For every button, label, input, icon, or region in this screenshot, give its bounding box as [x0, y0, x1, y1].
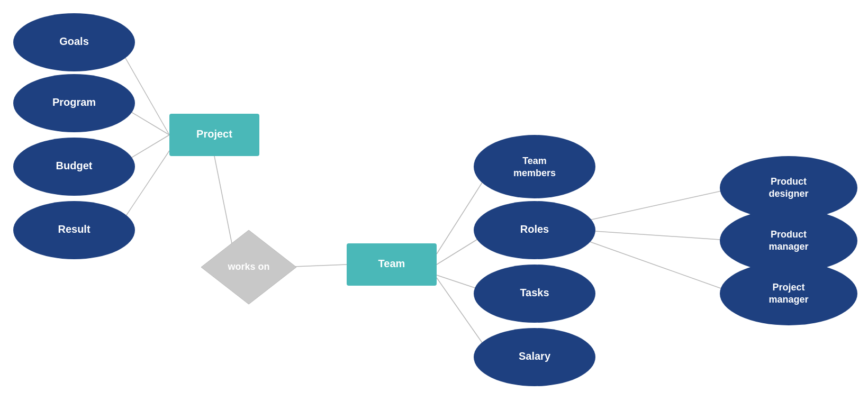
team-members-label-line2: members [513, 168, 556, 178]
product-designer-label-line2: designer [768, 188, 808, 199]
team-members-label-line1: Team [522, 156, 547, 166]
program-label: Program [52, 96, 96, 108]
team-label: Team [378, 258, 405, 269]
line-roles-designer [580, 188, 736, 222]
line-project-diamond [214, 156, 233, 249]
line-roles-pm [580, 230, 736, 241]
result-label: Result [58, 223, 90, 235]
diagram-canvas: .ellipse-node { fill: #1e4080; } .rect-n… [0, 0, 868, 410]
project-label: Project [196, 128, 232, 140]
team-members-ellipse [474, 135, 595, 198]
product-designer-label-line1: Product [771, 176, 807, 187]
product-manager-label-line1: Product [771, 229, 807, 240]
line-roles-projm [580, 238, 736, 294]
goals-label: Goals [59, 35, 89, 47]
salary-label: Salary [519, 350, 551, 362]
works-on-label: works on [227, 261, 269, 272]
project-manager-label-line1: Project [772, 282, 804, 293]
project-manager-label-line2: manager [768, 294, 808, 305]
budget-label: Budget [56, 160, 93, 171]
roles-label: Roles [520, 223, 549, 235]
product-manager-label-line2: manager [768, 241, 808, 252]
tasks-label: Tasks [520, 287, 549, 298]
